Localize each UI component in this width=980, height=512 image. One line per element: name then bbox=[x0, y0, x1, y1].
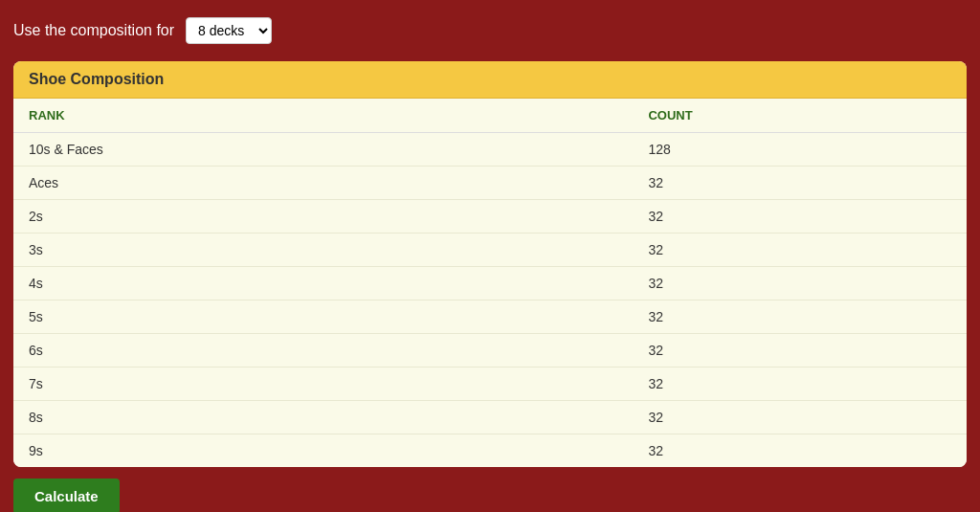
table-head: RANK COUNT bbox=[13, 99, 967, 133]
cell-count: 32 bbox=[633, 367, 967, 401]
table-body: 10s & Faces128Aces322s323s324s325s326s32… bbox=[13, 133, 967, 468]
column-header-rank: RANK bbox=[13, 99, 633, 133]
table-row: 6s32 bbox=[13, 334, 967, 367]
cell-rank: 4s bbox=[13, 267, 633, 301]
column-header-count: COUNT bbox=[633, 99, 967, 133]
table-row: 2s32 bbox=[13, 200, 967, 234]
cell-count: 128 bbox=[633, 133, 967, 167]
table-row: 10s & Faces128 bbox=[13, 133, 967, 167]
calculate-button[interactable]: Calculate bbox=[13, 479, 120, 512]
composition-label: Use the composition for bbox=[13, 22, 174, 39]
table-row: 7s32 bbox=[13, 367, 967, 401]
cell-rank: 8s bbox=[13, 401, 633, 434]
cell-count: 32 bbox=[633, 234, 967, 267]
cell-rank: 3s bbox=[13, 234, 633, 267]
cell-count: 32 bbox=[633, 200, 967, 234]
table-row: 9s32 bbox=[13, 434, 967, 468]
deck-select[interactable]: 1 deck2 decks4 decks6 decks8 decks bbox=[186, 17, 272, 44]
cell-rank: 6s bbox=[13, 334, 633, 367]
card-header: Shoe Composition bbox=[13, 61, 967, 99]
table-row: 3s32 bbox=[13, 234, 967, 267]
table-row: Aces32 bbox=[13, 167, 967, 200]
cell-rank: Aces bbox=[13, 167, 633, 200]
table-row: 8s32 bbox=[13, 401, 967, 434]
shoe-composition-card: Shoe Composition RANK COUNT 10s & Faces1… bbox=[13, 61, 967, 467]
top-bar: Use the composition for 1 deck2 decks4 d… bbox=[10, 10, 970, 52]
cell-rank: 10s & Faces bbox=[13, 133, 633, 167]
cell-rank: 9s bbox=[13, 434, 633, 468]
cell-count: 32 bbox=[633, 301, 967, 334]
cell-count: 32 bbox=[633, 167, 967, 200]
table-row: 4s32 bbox=[13, 267, 967, 301]
cell-count: 32 bbox=[633, 267, 967, 301]
card-body: RANK COUNT 10s & Faces128Aces322s323s324… bbox=[13, 99, 967, 467]
cell-rank: 2s bbox=[13, 200, 633, 234]
table-row: 5s32 bbox=[13, 301, 967, 334]
cell-count: 32 bbox=[633, 334, 967, 367]
cell-rank: 7s bbox=[13, 367, 633, 401]
cell-rank: 5s bbox=[13, 301, 633, 334]
composition-table: RANK COUNT 10s & Faces128Aces322s323s324… bbox=[13, 99, 967, 467]
cell-count: 32 bbox=[633, 401, 967, 434]
cell-count: 32 bbox=[633, 434, 967, 468]
